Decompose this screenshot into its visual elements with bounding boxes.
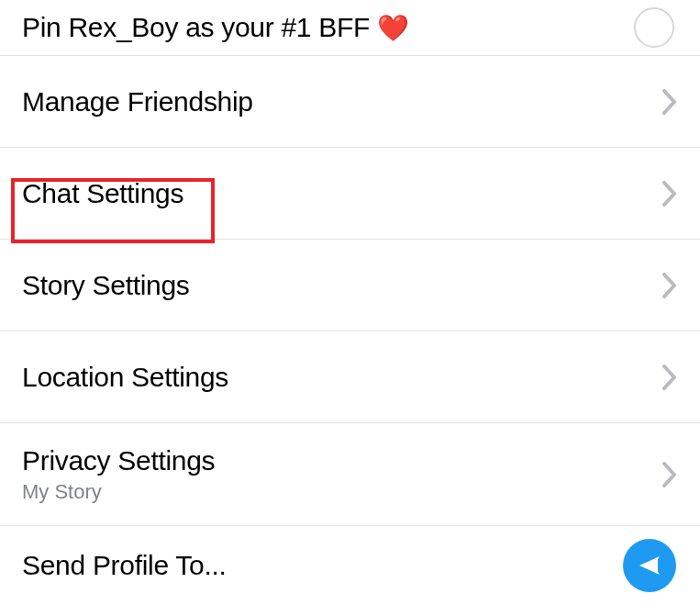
chevron-right-icon xyxy=(661,364,678,391)
row-send-profile[interactable]: Send Profile To... xyxy=(0,526,700,604)
chevron-right-icon xyxy=(661,272,678,299)
story-settings-label: Story Settings xyxy=(22,270,661,301)
row-chat-settings[interactable]: Chat Settings xyxy=(0,148,700,240)
chat-settings-label: Chat Settings xyxy=(22,178,661,209)
row-privacy-settings[interactable]: Privacy Settings My Story xyxy=(0,423,700,526)
heart-icon: ❤️ xyxy=(377,13,409,43)
chevron-right-icon xyxy=(661,180,678,207)
send-profile-label: Send Profile To... xyxy=(22,550,623,581)
send-button[interactable] xyxy=(623,539,676,592)
privacy-content: Privacy Settings My Story xyxy=(22,445,661,504)
pin-bff-label: Pin Rex_Boy as your #1 BFF ❤️ xyxy=(22,12,634,43)
chevron-right-icon xyxy=(661,461,678,488)
location-settings-label: Location Settings xyxy=(22,362,661,393)
radio-unselected-icon[interactable] xyxy=(634,7,674,48)
send-arrow-icon xyxy=(636,552,663,579)
row-story-settings[interactable]: Story Settings xyxy=(0,240,700,331)
settings-list: Pin Rex_Boy as your #1 BFF ❤️ Manage Fri… xyxy=(0,0,700,604)
row-pin-bff[interactable]: Pin Rex_Boy as your #1 BFF ❤️ xyxy=(0,0,700,56)
row-location-settings[interactable]: Location Settings xyxy=(0,331,700,423)
privacy-settings-label: Privacy Settings xyxy=(22,445,661,476)
pin-bff-text: Pin Rex_Boy as your #1 BFF xyxy=(22,12,370,43)
manage-friendship-label: Manage Friendship xyxy=(22,86,661,118)
row-manage-friendship[interactable]: Manage Friendship xyxy=(0,56,700,148)
privacy-settings-sublabel: My Story xyxy=(22,480,661,504)
chevron-right-icon xyxy=(661,88,678,116)
